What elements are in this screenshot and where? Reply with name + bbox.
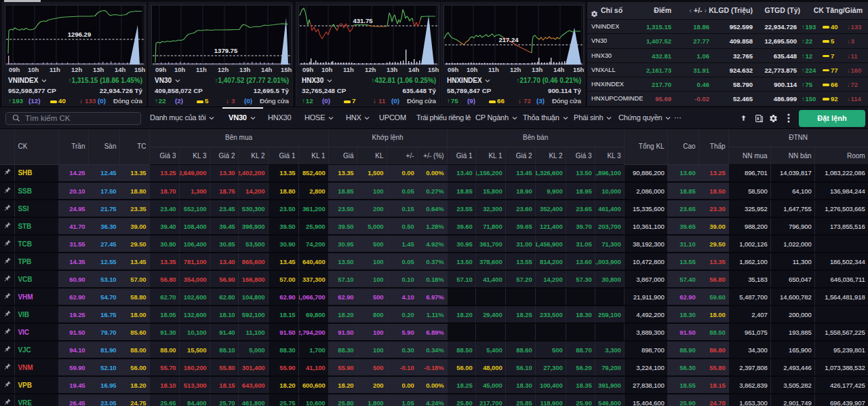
svg-text:217.24: 217.24 — [498, 36, 519, 43]
svg-text:1296.29: 1296.29 — [68, 31, 91, 38]
svg-text:1379.75: 1379.75 — [214, 47, 238, 54]
svg-text:431.75: 431.75 — [353, 17, 373, 24]
